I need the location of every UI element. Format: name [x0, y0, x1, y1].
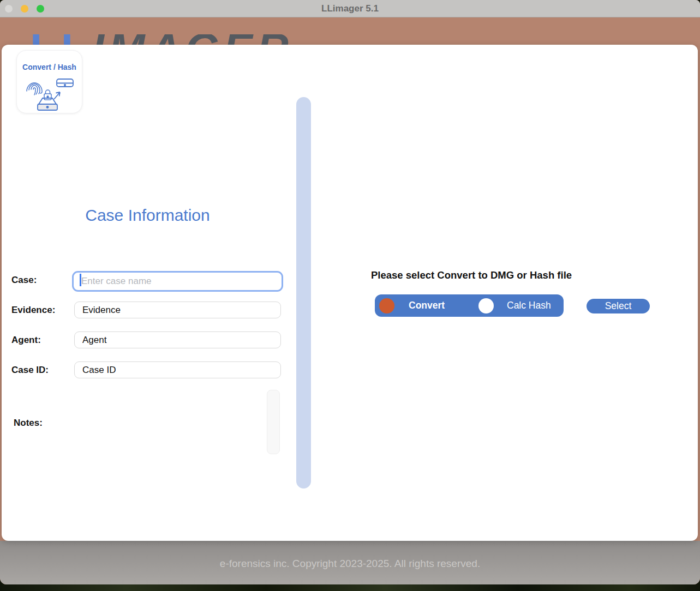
case-id-input[interactable]	[74, 361, 281, 378]
mode-select-prompt: Please select Convert to DMG or Hash fil…	[371, 269, 572, 281]
calc-hash-radio[interactable]	[478, 298, 494, 313]
app-window: LLimager 5.1 LLIMAGER e-forensics inc. C…	[0, 0, 700, 584]
case-id-label: Case ID:	[11, 365, 49, 376]
window-title: LLimager 5.1	[0, 0, 700, 17]
background-logo-watermark: LLIMAGER	[30, 34, 336, 45]
case-name-input[interactable]	[72, 271, 283, 292]
case-information-heading: Case Information	[2, 206, 294, 225]
text-caret	[80, 274, 81, 286]
arrow-icon	[54, 92, 60, 99]
calc-hash-option[interactable]: Calc Hash	[507, 294, 551, 317]
notes-label: Notes:	[14, 418, 43, 429]
agent-input[interactable]	[74, 331, 281, 348]
convert-hash-art	[23, 74, 76, 112]
notes-scrollbar[interactable]	[267, 390, 280, 454]
evidence-input[interactable]	[74, 301, 281, 318]
mode-toggle: Convert Calc Hash	[375, 294, 564, 317]
evidence-label: Evidence:	[11, 305, 55, 316]
watermark-imager: IMAGER	[92, 34, 293, 45]
badge-label: Convert / Hash	[17, 63, 82, 71]
agent-label: Agent:	[11, 335, 41, 346]
case-label: Case:	[11, 275, 37, 286]
titlebar: LLimager 5.1	[0, 0, 700, 17]
main-card: Convert / Hash	[2, 45, 698, 541]
notes-textarea[interactable]	[74, 390, 266, 454]
convert-radio[interactable]	[379, 298, 394, 313]
watermark-ll: LL	[30, 34, 92, 45]
panel-divider	[296, 97, 311, 489]
convert-hash-badge: Convert / Hash	[16, 50, 82, 113]
footer: e-forensics inc. Copyright 2023-2025. Al…	[0, 541, 700, 584]
disk-image-icon	[57, 79, 73, 87]
convert-option[interactable]: Convert	[409, 294, 445, 317]
fingerprint-icon	[27, 83, 42, 95]
copyright-text: e-forensics inc. Copyright 2023-2025. Al…	[0, 558, 700, 570]
select-button[interactable]: Select	[587, 299, 650, 313]
